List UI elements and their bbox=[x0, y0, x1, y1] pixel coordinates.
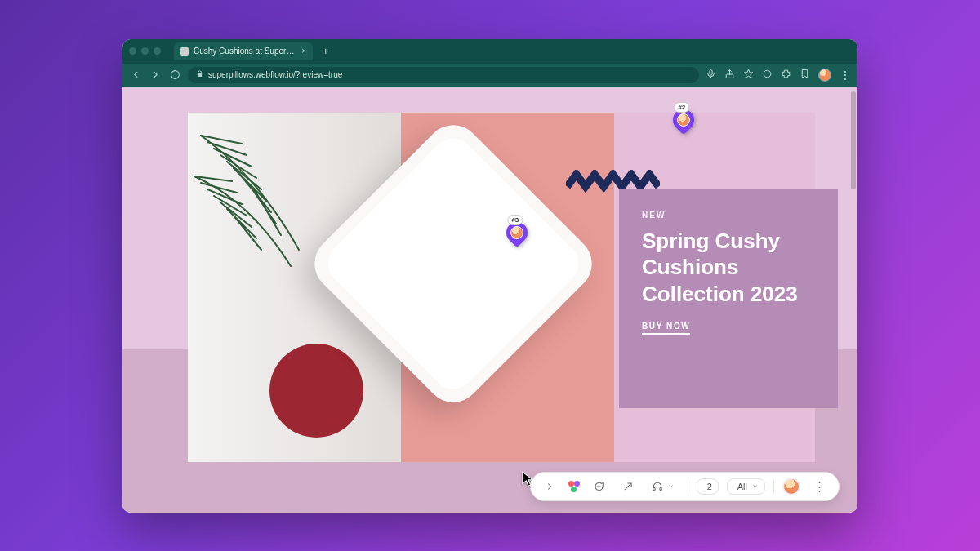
pin-avatar bbox=[510, 226, 523, 239]
urlbar-right-icons: ⋮ bbox=[706, 68, 851, 82]
inbox-button[interactable]: 2 bbox=[697, 478, 719, 495]
window-zoom-dot[interactable] bbox=[154, 47, 161, 55]
comment-pin-2[interactable]: #2 bbox=[669, 104, 699, 135]
toolbar-separator bbox=[688, 479, 688, 494]
window-close-dot[interactable] bbox=[129, 47, 136, 55]
pin-badge: #2 bbox=[674, 101, 689, 112]
red-circle-decoration bbox=[270, 344, 363, 438]
tab-favicon bbox=[180, 47, 189, 56]
chevron-down-icon bbox=[667, 482, 675, 491]
window-traffic-lights bbox=[129, 47, 169, 55]
toolbar-avatar[interactable] bbox=[782, 478, 800, 495]
star-icon[interactable] bbox=[743, 68, 754, 82]
review-toolbar: 2 All ⋮ bbox=[530, 472, 840, 501]
profile-avatar[interactable] bbox=[818, 69, 831, 82]
pin-avatar bbox=[677, 113, 690, 127]
puzzle-extensions-icon[interactable] bbox=[781, 68, 791, 82]
visibility-button[interactable]: All bbox=[727, 478, 765, 495]
svg-rect-0 bbox=[710, 69, 712, 75]
svg-rect-7 bbox=[653, 487, 654, 491]
tab-title: Cushy Cushions at Superpillo… bbox=[194, 47, 296, 56]
hero-headline: Spring Cushy Cushions Collection 2023 bbox=[642, 228, 815, 308]
extension-icon[interactable] bbox=[762, 68, 773, 82]
url-text: superpillows.webflow.io/?review=true bbox=[208, 70, 342, 79]
buy-now-link[interactable]: BUY NOW bbox=[642, 322, 690, 335]
new-tab-button[interactable]: + bbox=[318, 45, 334, 57]
pin-badge: #3 bbox=[507, 214, 523, 224]
reload-button[interactable] bbox=[168, 69, 181, 82]
toolbar-separator bbox=[773, 479, 774, 494]
svg-rect-8 bbox=[660, 487, 662, 491]
scrollbar[interactable] bbox=[851, 91, 856, 189]
browser-tab[interactable]: Cushy Cushions at Superpillo… × bbox=[174, 42, 313, 60]
svg-point-3 bbox=[764, 70, 771, 78]
share-icon[interactable] bbox=[724, 68, 735, 82]
url-bar: superpillows.webflow.io/?review=true ⋮ bbox=[122, 64, 858, 87]
hero-card: NEW Spring Cushy Cushions Collection 202… bbox=[619, 189, 838, 408]
bookmark-icon[interactable] bbox=[800, 68, 810, 82]
svg-marker-2 bbox=[744, 69, 753, 78]
mic-icon[interactable] bbox=[706, 68, 716, 82]
palm-leaf-decoration bbox=[193, 127, 323, 291]
desktop-background: Cushy Cushions at Superpillo… × + superp… bbox=[0, 0, 980, 551]
share-arrow-icon[interactable] bbox=[617, 478, 639, 495]
svg-point-6 bbox=[599, 486, 600, 487]
comment-icon[interactable] bbox=[588, 478, 609, 495]
page-viewport: NEW Spring Cushy Cushions Collection 202… bbox=[122, 87, 858, 513]
hero-section: NEW Spring Cushy Cushions Collection 202… bbox=[188, 113, 815, 462]
visibility-label: All bbox=[737, 482, 747, 491]
toolbar-menu-icon[interactable]: ⋮ bbox=[808, 476, 831, 497]
toolbar-expand-icon[interactable] bbox=[539, 478, 560, 495]
headphones-icon[interactable] bbox=[647, 478, 679, 495]
lock-icon bbox=[196, 70, 203, 79]
chevron-down-icon bbox=[751, 482, 759, 491]
inbox-count: 2 bbox=[707, 482, 712, 491]
collaborate-icon[interactable] bbox=[568, 481, 580, 492]
browser-window: Cushy Cushions at Superpillo… × + superp… bbox=[122, 39, 858, 513]
address-field[interactable]: superpillows.webflow.io/?review=true bbox=[188, 67, 699, 83]
svg-point-4 bbox=[597, 486, 598, 487]
browser-menu-icon[interactable]: ⋮ bbox=[840, 69, 851, 81]
hero-eyebrow: NEW bbox=[642, 211, 815, 220]
back-button[interactable] bbox=[129, 69, 142, 82]
svg-point-5 bbox=[598, 486, 599, 487]
window-minimize-dot[interactable] bbox=[141, 47, 149, 55]
forward-button[interactable] bbox=[149, 69, 162, 82]
close-tab-icon[interactable]: × bbox=[301, 47, 306, 56]
tab-strip: Cushy Cushions at Superpillo… × + bbox=[122, 39, 858, 64]
